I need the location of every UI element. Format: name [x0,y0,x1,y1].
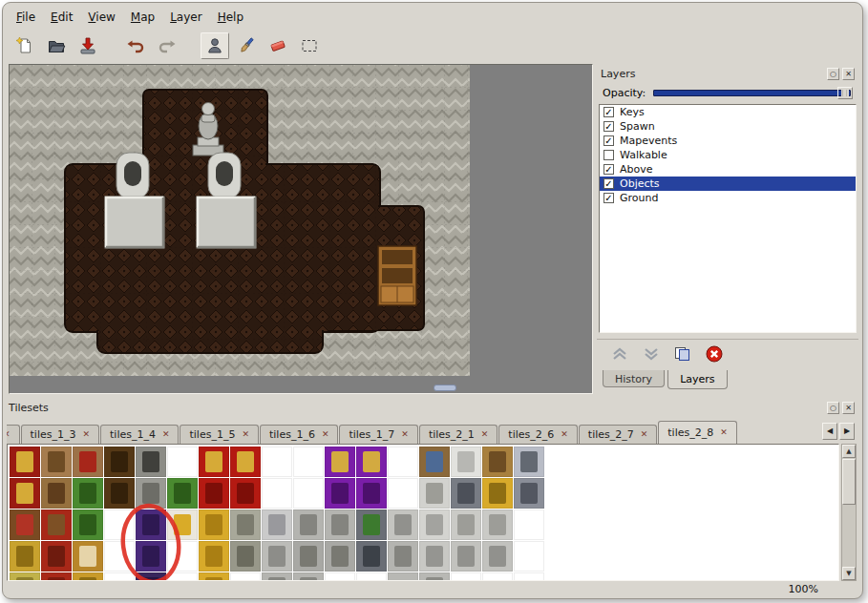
tile-coffin[interactable] [451,478,481,509]
layer-visibility-checkbox[interactable] [603,150,614,160]
close-tab-icon[interactable]: ✕ [561,430,568,439]
tile-statue-plinth[interactable] [262,572,292,581]
tile-empty[interactable] [293,478,324,509]
redo-button[interactable] [153,32,181,59]
tile-empty[interactable] [293,447,324,477]
opacity-slider-handle[interactable] [837,87,853,99]
tile-wooden-loom[interactable] [41,447,72,477]
float-panel-button[interactable]: ○ [827,68,839,80]
map-canvas[interactable] [10,65,470,376]
tile-empty[interactable] [514,509,544,540]
tile-stone-pillar-base[interactable] [419,541,450,572]
layer-row-objects[interactable]: ✓Objects [600,177,856,191]
tile-gold-treasure-3[interactable] [199,572,229,581]
layer-row-walkable[interactable]: Walkable [600,148,856,162]
tile-stone-base[interactable] [388,572,418,581]
tile-red-throne-seat-right[interactable] [230,478,261,509]
close-tab-icon[interactable]: ✕ [162,430,170,439]
tile-empty[interactable] [262,447,292,477]
tileset-tab-tiles_2_8[interactable]: tiles_2_8✕ [658,421,736,444]
tileset-tab-tiles_1_3[interactable]: tiles_1_3✕ [21,425,99,444]
close-tab-icon[interactable]: ✕ [641,430,648,439]
dock-tab-layers[interactable]: Layers [667,370,727,389]
close-tab-icon[interactable]: ✕ [82,430,90,439]
tile-empty[interactable] [262,478,292,509]
tile-red-pot-table[interactable] [73,447,103,477]
tile-purple-throne-seat-right[interactable] [356,478,387,509]
tileset-tab-tiles_2_7[interactable]: tiles_2_7✕ [579,425,657,444]
tile-plant-vase[interactable] [356,509,387,540]
tile-purple-throne-left[interactable] [325,447,355,477]
menu-edit[interactable]: Edit [43,9,80,26]
menu-view[interactable]: View [80,9,122,26]
stamp-button[interactable] [201,32,229,59]
move-up-layer-button[interactable] [608,343,631,364]
layer-row-mapevents[interactable]: ✓Mapevents [600,134,856,148]
tileset-tab-tiles_1_4[interactable]: tiles_1_4✕ [100,425,179,444]
tile-empty[interactable] [514,572,544,581]
tile-bookshelf[interactable] [10,509,40,540]
tile-red-throne-seat-left[interactable] [199,478,229,509]
menu-map[interactable]: Map [123,9,162,26]
tile-grass-gold[interactable] [10,572,40,581]
scroll-down-button[interactable]: ▼ [842,567,856,580]
tile-empty[interactable] [325,572,355,581]
tile-potted-plant-2[interactable] [167,478,198,509]
close-tab-icon[interactable]: ✕ [7,430,11,439]
tile-wood-shelf[interactable] [482,447,513,477]
duplicate-layer-button[interactable] [671,343,694,364]
tile-white-crate[interactable] [451,447,481,477]
tile-stone-block-3[interactable] [451,541,481,572]
tile-knight-armor[interactable] [514,447,544,477]
scroll-tabs-right-button[interactable]: ▶ [839,423,855,440]
opacity-slider[interactable] [653,87,853,99]
tile-stone-block-4[interactable] [482,541,513,572]
tileset-tab-tiles_1_6[interactable]: tiles_1_6✕ [260,425,338,444]
tile-red-banner-2[interactable] [10,478,40,509]
tile-gold-key[interactable] [167,509,198,540]
tile-framed-picture[interactable] [419,447,450,477]
tile-wardrobe-bottom[interactable] [104,478,135,509]
layer-visibility-checkbox[interactable]: ✓ [603,135,614,146]
tile-purple-throne-right[interactable] [356,447,387,477]
layer-visibility-checkbox[interactable]: ✓ [603,193,614,203]
tile-obelisk-base[interactable] [388,541,418,572]
tile-gray-tombstone[interactable] [136,478,166,509]
tile-potted-plant[interactable] [73,478,103,509]
tile-red-throne-left[interactable] [199,447,229,477]
map-viewport[interactable] [9,64,593,394]
tile-empty[interactable] [356,572,387,581]
tile-gold-chalice[interactable] [482,478,513,509]
layer-visibility-checkbox[interactable]: ✓ [603,107,614,117]
tile-purple-throne-seat-left[interactable] [325,478,355,509]
close-panel-button[interactable]: ✕ [842,68,855,80]
tileset-tab-tiles_2_1[interactable]: tiles_2_1✕ [419,425,498,444]
scroll-up-button[interactable]: ▲ [842,445,856,458]
new-file-button[interactable] [11,32,39,59]
tile-potted-plant-3[interactable] [73,509,103,540]
layer-row-spawn[interactable]: ✓Spawn [600,119,856,134]
layer-visibility-checkbox[interactable]: ✓ [603,178,614,189]
tile-golden-horn[interactable] [73,541,103,572]
tileset-tab-tiles_1_5[interactable]: tiles_1_5✕ [180,425,258,444]
close-tab-icon[interactable]: ✕ [322,430,329,439]
tile-stone-base-2[interactable] [419,572,450,581]
tileset-tab-tiles_1_7[interactable]: tiles_1_7✕ [339,425,417,444]
tileset-tab-5[interactable]: 5✕ [7,425,20,444]
move-down-layer-button[interactable] [640,343,663,364]
tile-gold-banner[interactable] [10,541,40,572]
menu-help[interactable]: Help [210,9,251,26]
tile-red-bowl-2[interactable] [41,572,72,581]
splitter-handle[interactable] [434,385,456,391]
float-tilesets-button[interactable]: ○ [827,402,839,414]
tile-empty[interactable] [167,572,198,581]
menu-layer[interactable]: Layer [162,9,209,26]
layer-row-keys[interactable]: ✓Keys [600,105,856,119]
close-tab-icon[interactable]: ✕ [481,430,489,439]
tile-wardrobe-top[interactable] [104,447,135,477]
tile-empty[interactable] [104,541,135,572]
tile-purple-door-base[interactable] [136,572,166,581]
tile-angel-statue[interactable] [262,509,292,540]
tile-red-bowl[interactable] [41,509,72,540]
tile-gargoyle-base[interactable] [293,541,324,572]
